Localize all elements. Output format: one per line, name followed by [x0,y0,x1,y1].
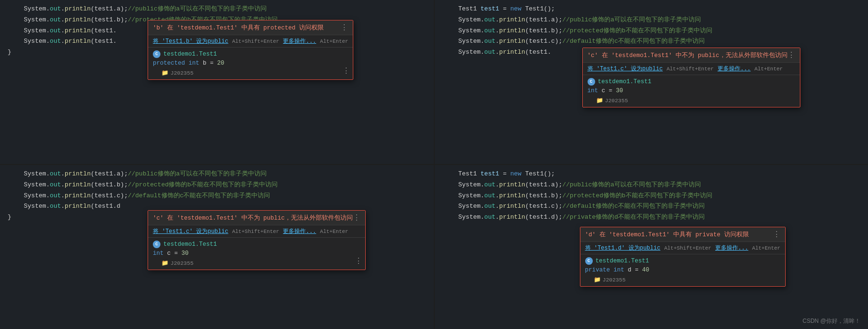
error-action: 将 'Test1.d' 设为public Alt+Shift+Enter 更多操… [580,242,785,254]
class-name: testdemo1.Test1 [163,51,217,58]
field-info: private int d = 40 [580,266,785,275]
code-line: System.out.println(test1.b);//protected修… [435,26,868,37]
more-options-icon[interactable]: ⋮ [353,213,360,223]
panel-1: System.out.println(test1.a);//public修饰的a… [0,0,434,164]
error-message: 'b' 在 'testdemo1.Test1' 中具有 protected 访问… [153,24,324,32]
action-link[interactable]: 将 'Test1.b' 设为public [153,37,228,45]
error-message: 'd' 在 'testdemo1.Test1' 中具有 private 访问权限 [585,231,749,239]
more-shortcut: Alt+Enter [320,39,348,44]
error-action: 将 'Test1.b' 设为public Alt+Shift+Enter 更多操… [148,35,353,48]
field-info: int c = 30 [148,249,365,259]
bottom-dots-icon[interactable]: ⋮ [342,66,350,76]
panel-4: Test1 test1 = new Test1(); System.out.pr… [435,165,868,329]
class-icon: C [153,241,160,248]
code-line: System.out.println(test1.d);//private修饰的… [435,212,868,223]
error-popup-3: 'c' 在 'testdemo1.Test1' 中不为 public，无法从外部… [148,210,366,270]
panel-2: Test1 test1 = new Test1(); System.out.pr… [435,0,868,164]
code-line: Test1 test1 = new Test1(); [435,169,868,180]
source-name: J202355 [603,277,626,283]
action-shortcut: Alt+Shift+Enter [667,66,714,72]
class-info: C testdemo1.Test1 [580,254,785,266]
action-link[interactable]: 将 'Test1.c' 设为public [588,65,663,73]
code-line: System.out.println(test1.a);//public修饰的a… [435,180,868,191]
folder-icon: 📁 [596,97,603,104]
code-text: System.out.println(test1. [24,27,117,34]
action-shortcut: Alt+Shift+Enter [232,39,279,44]
code-line: System.out.println(test1.c);//default修饰的… [0,191,434,202]
more-shortcut: Alt+Enter [320,229,348,234]
code-line: System.out.println(test1.a);//public修饰的a… [0,169,434,180]
error-header: 'd' 在 'testdemo1.Test1' 中具有 private 访问权限… [580,227,785,242]
action-shortcut: Alt+Shift+Enter [232,229,279,234]
source-name: J202355 [605,97,628,104]
field-info: protected int b = 20 [148,59,353,68]
more-actions-link[interactable]: 更多操作... [718,65,751,73]
more-shortcut: Alt+Enter [752,245,780,251]
code-line: System.out.println(test1.c);//default修饰的… [435,201,868,212]
class-info: C testdemo1.Test1 [148,48,353,59]
code-text: System.out.println(test1. [24,38,117,45]
more-options-icon[interactable]: ⋮ [788,50,795,60]
more-options-icon[interactable]: ⋮ [340,23,348,32]
class-name: testdemo1.Test1 [596,258,649,264]
class-info: C testdemo1.Test1 [148,238,365,249]
more-options-icon[interactable]: ⋮ [773,230,780,239]
class-name: testdemo1.Test1 [598,78,652,85]
source-info: 📁 J202355 [580,275,785,286]
folder-icon: 📁 [161,69,169,77]
error-popup-2: 'c' 在 'testdemo1.Test1' 中不为 public，无法从外部… [582,48,800,107]
code-line: System.out.println(test1.a);//public修饰的a… [0,4,434,15]
source-info: 📁 J202355 [148,259,365,270]
source-name: J202355 [170,260,193,266]
action-link[interactable]: 将 'Test1.d' 设为public [585,244,660,252]
error-header: 'b' 在 'testdemo1.Test1' 中具有 protected 访问… [148,20,353,35]
code-line: Test1 test1 = new Test1(); [435,4,868,15]
more-actions-link[interactable]: 更多操作... [283,37,316,45]
bottom-dots-icon[interactable]: ⋮ [355,256,362,266]
code-text: System.out.println(test1.a);//public修饰的a… [24,5,267,12]
source-info: 📁 J202355 [148,68,353,79]
more-shortcut: Alt+Enter [755,66,783,72]
more-actions-link[interactable]: 更多操作... [283,227,316,235]
action-link[interactable]: 将 'Test1.c' 设为public [153,227,228,235]
panel-3: System.out.println(test1.a);//public修饰的a… [0,165,434,329]
watermark: CSDN @你好，清眸！ [802,317,860,325]
class-info: C testdemo1.Test1 [583,75,800,87]
code-line: System.out.println(test1.b);//protected修… [435,191,868,202]
code-line: System.out.println(test1.a);//public修饰的a… [435,15,868,26]
source-name: J202355 [170,70,193,76]
action-shortcut: Alt+Shift+Enter [664,245,711,251]
class-name: testdemo1.Test1 [163,241,217,248]
error-message: 'c' 在 'testdemo1.Test1' 中不为 public，无法从外部… [153,214,353,222]
error-header: 'c' 在 'testdemo1.Test1' 中不为 public，无法从外部… [148,211,365,225]
folder-icon: 📁 [161,260,169,267]
error-popup-4: 'd' 在 'testdemo1.Test1' 中具有 private 访问权限… [580,227,786,287]
error-action: 将 'Test1.c' 设为public Alt+Shift+Enter 更多操… [583,63,800,75]
error-action: 将 'Test1.c' 设为public Alt+Shift+Enter 更多操… [148,225,365,238]
class-icon: C [588,78,595,86]
error-header: 'c' 在 'testdemo1.Test1' 中不为 public，无法从外部… [583,48,800,63]
folder-icon: 📁 [594,276,601,283]
source-info: 📁 J202355 [583,96,800,107]
field-info: int c = 30 [583,87,800,96]
code-line: System.out.println(test1.b);//protected修… [0,180,434,191]
error-message: 'c' 在 'testdemo1.Test1' 中不为 public，无法从外部… [588,51,788,59]
more-actions-link[interactable]: 更多操作... [715,244,748,252]
class-icon: C [153,50,160,58]
code-line: System.out.println(test1.c);//default修饰的… [435,36,868,47]
class-icon: C [585,257,593,265]
error-popup-1: 'b' 在 'testdemo1.Test1' 中具有 protected 访问… [148,20,353,80]
